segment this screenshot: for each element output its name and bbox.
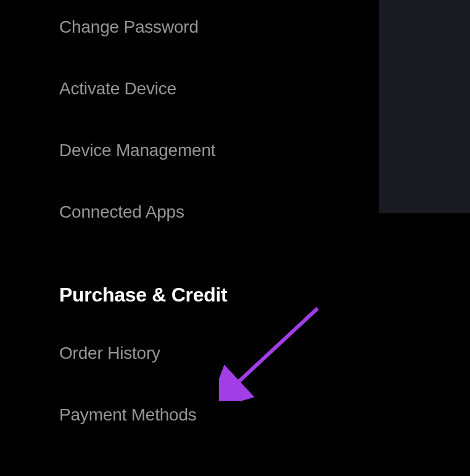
side-panel [379, 0, 470, 213]
menu-item-payment-methods[interactable]: Payment Methods [59, 405, 470, 425]
menu-item-label: Device Management [59, 141, 215, 160]
section-heading-purchase-credit: Purchase & Credit [59, 284, 470, 306]
menu-item-label: Payment Methods [59, 405, 197, 424]
menu-item-label: Activate Device [59, 79, 176, 98]
menu-item-order-history[interactable]: Order History [59, 343, 470, 363]
menu-item-label: Connected Apps [59, 202, 184, 221]
menu-item-label: Order History [59, 343, 160, 363]
section-heading-label: Purchase & Credit [59, 284, 227, 306]
menu-item-label: Change Password [59, 17, 199, 36]
